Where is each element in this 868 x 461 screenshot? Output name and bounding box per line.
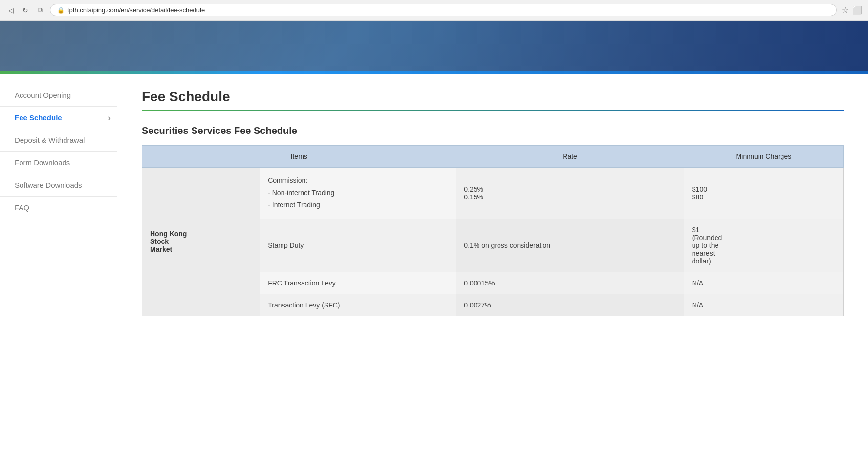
sidebar: Account Opening Fee Schedule Deposit & W… — [0, 74, 117, 461]
table-row: Hong KongStockMarket Commission:- Non-in… — [142, 168, 844, 219]
sidebar-label-form-downloads: Form Downloads — [15, 158, 70, 167]
table-header-row: Items Rate Minimum Charges — [142, 146, 844, 168]
title-divider — [142, 110, 844, 111]
section-title: Securities Services Fee Schedule — [142, 125, 844, 136]
min-commission: $100$80 — [684, 168, 843, 219]
url-icon: 🔒 — [57, 7, 65, 14]
item-stamp-duty: Stamp Duty — [260, 219, 456, 272]
tabs-button[interactable]: ⧉ — [35, 5, 45, 15]
rate-commission: 0.25%0.15% — [456, 168, 684, 219]
url-bar[interactable]: 🔒 tpfh.cntaiping.com/en/service/detail/f… — [50, 4, 837, 16]
min-stamp-duty: $1(Roundedup to thenearestdollar) — [684, 219, 843, 272]
category-hk-stock: Hong KongStockMarket — [142, 168, 260, 316]
fee-table: Items Rate Minimum Charges Hong KongStoc… — [142, 145, 844, 316]
sidebar-item-fee-schedule[interactable]: Fee Schedule — [0, 107, 117, 129]
sidebar-label-fee-schedule: Fee Schedule — [15, 113, 62, 122]
min-frc: N/A — [684, 272, 843, 294]
sidebar-item-form-downloads[interactable]: Form Downloads — [0, 152, 117, 174]
back-button[interactable]: ◁ — [6, 5, 16, 15]
rate-transaction-levy: 0.0027% — [456, 294, 684, 316]
banner-gradient-bar — [0, 71, 868, 74]
sidebar-label-account-opening: Account Opening — [15, 91, 71, 99]
header-items: Items — [142, 146, 456, 168]
extension-button[interactable]: ⬜ — [852, 5, 862, 15]
url-text: tpfh.cntaiping.com/en/service/detail/fee… — [67, 6, 205, 14]
sidebar-label-deposit-withdrawal: Deposit & Withdrawal — [15, 136, 85, 144]
main-layout: Account Opening Fee Schedule Deposit & W… — [0, 74, 868, 461]
item-frc: FRC Transaction Levy — [260, 272, 456, 294]
refresh-button[interactable]: ↻ — [21, 5, 30, 15]
star-button[interactable]: ☆ — [842, 5, 848, 15]
page-title: Fee Schedule — [142, 89, 844, 105]
sidebar-item-account-opening[interactable]: Account Opening — [0, 84, 117, 107]
sidebar-label-software-downloads: Software Downloads — [15, 181, 82, 189]
min-transaction-levy: N/A — [684, 294, 843, 316]
header-min-charges: Minimum Charges — [684, 146, 843, 168]
header-banner — [0, 21, 868, 74]
item-commission: Commission:- Non-internet Trading- Inter… — [260, 168, 456, 219]
item-transaction-levy: Transaction Levy (SFC) — [260, 294, 456, 316]
header-rate: Rate — [456, 146, 684, 168]
banner-image — [0, 21, 868, 74]
sidebar-item-deposit-withdrawal[interactable]: Deposit & Withdrawal — [0, 129, 117, 152]
sidebar-item-faq[interactable]: FAQ — [0, 197, 117, 219]
rate-frc: 0.00015% — [456, 272, 684, 294]
sidebar-label-faq: FAQ — [15, 203, 29, 212]
browser-actions: ☆ ⬜ — [842, 5, 862, 15]
browser-toolbar: ◁ ↻ ⧉ 🔒 tpfh.cntaiping.com/en/service/de… — [0, 0, 868, 21]
main-content: Fee Schedule Securities Services Fee Sch… — [117, 74, 868, 461]
sidebar-item-software-downloads[interactable]: Software Downloads — [0, 174, 117, 197]
rate-stamp-duty: 0.1% on gross consideration — [456, 219, 684, 272]
